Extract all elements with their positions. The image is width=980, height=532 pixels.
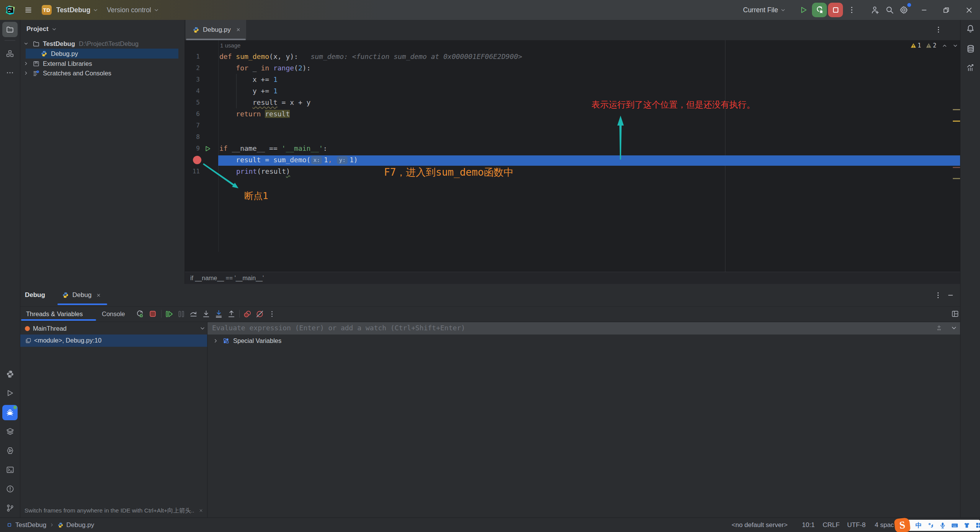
project-badge: TD <box>42 5 52 15</box>
code-with-me-button[interactable] <box>871 0 880 20</box>
status-breadcrumbs[interactable]: TestDebug Debug.py <box>7 518 94 532</box>
chevron-down-icon <box>51 26 57 32</box>
run-tool-button[interactable] <box>2 385 18 401</box>
status-bar: TestDebug Debug.py <no default server> 1… <box>0 517 980 532</box>
step-out-button[interactable] <box>226 306 237 321</box>
minimize-window-button[interactable] <box>920 0 928 20</box>
tab-label: Debug.py <box>203 26 231 34</box>
microphone-icon[interactable] <box>939 522 946 529</box>
debug-session-tab[interactable]: Debug <box>62 284 101 306</box>
terminal-tool-button[interactable] <box>2 462 18 477</box>
step-into-button[interactable] <box>201 306 211 321</box>
toolbar-separator <box>239 310 240 318</box>
special-variables-row[interactable]: Special Variables <box>207 335 960 347</box>
python-file-icon <box>62 292 69 299</box>
status-project-crumb[interactable]: TestDebug <box>15 521 46 529</box>
frame-row-selected[interactable]: <module>, Debug.py:10 <box>20 335 207 347</box>
debug-tool-button[interactable] <box>2 405 18 420</box>
evaluate-expression-input[interactable]: Evaluate expression (Enter) or add a wat… <box>207 322 960 335</box>
rerun-debug-button[interactable] <box>134 306 145 321</box>
status-file-crumb[interactable]: Debug.py <box>66 521 94 529</box>
chinese-mode-icon[interactable] <box>915 521 923 529</box>
chevron-down-icon <box>23 41 29 46</box>
keyboard-icon[interactable] <box>951 522 959 529</box>
status-line-ending[interactable]: CRLF <box>823 521 840 529</box>
breadcrumb-bar[interactable]: if __name__ == '__main__' <box>185 272 960 284</box>
pause-program-button[interactable] <box>176 306 186 321</box>
tree-row-project-root[interactable]: TestDebug D:\Project\TestDebug <box>20 39 185 49</box>
chevron-down-icon <box>93 7 98 13</box>
mute-breakpoints-button[interactable] <box>254 306 265 321</box>
project-name: TestDebug <box>56 6 90 14</box>
chevron-down-icon[interactable] <box>951 325 957 331</box>
debugger-hint: Switch frames from anywhere in the IDE w… <box>24 507 204 515</box>
notifications-button[interactable] <box>963 21 978 36</box>
ime-icons[interactable] <box>912 520 980 531</box>
settings-button[interactable] <box>899 0 908 20</box>
stop-process-button[interactable] <box>147 306 158 321</box>
resume-program-button[interactable] <box>163 306 174 321</box>
git-tool-button[interactable] <box>2 500 18 516</box>
stop-button[interactable] <box>828 0 843 20</box>
vcs-menu-label: Version control <box>107 6 151 14</box>
layout-settings-button[interactable] <box>950 306 960 321</box>
tree-row-scratches[interactable]: Scratches and Consoles <box>20 68 185 78</box>
tab-console[interactable]: Console <box>102 306 125 321</box>
debug-toolbar: Threads & Variables Console <box>20 306 960 321</box>
debug-window-title: Debug <box>25 284 45 306</box>
run-button[interactable] <box>799 0 808 20</box>
breadcrumb-text: if __name__ == '__main__' <box>190 275 264 282</box>
tree-row-debug-py[interactable]: Debug.py <box>20 49 185 59</box>
search-everywhere-button[interactable] <box>885 0 894 20</box>
ime-logo[interactable]: S <box>894 517 911 532</box>
project-panel-header[interactable]: Project <box>26 24 57 34</box>
main-menu-button[interactable] <box>24 0 33 20</box>
frames-divider[interactable] <box>207 321 207 517</box>
status-caret-position[interactable]: 10:1 <box>802 521 815 529</box>
inline-settings-icon[interactable] <box>935 324 943 332</box>
tree-label: TestDebug <box>43 40 75 47</box>
more-tool-windows-button[interactable] <box>2 65 18 80</box>
project-widget[interactable]: TD TestDebug <box>42 0 98 20</box>
toolbox-grid-icon[interactable] <box>975 522 980 529</box>
step-over-button[interactable] <box>188 306 199 321</box>
close-tab-icon[interactable] <box>235 27 241 33</box>
panel-divider <box>20 306 960 307</box>
thread-selector[interactable]: MainThread <box>20 322 207 335</box>
punctuation-icon[interactable] <box>927 522 934 529</box>
step-into-my-code-button[interactable] <box>213 306 224 321</box>
status-encoding[interactable]: UTF-8 <box>847 521 866 529</box>
title-bar: TD TestDebug Version control Current Fil… <box>0 0 980 20</box>
endpoints-tool-button[interactable] <box>963 60 978 75</box>
project-tool-button[interactable] <box>2 22 18 37</box>
tree-row-external-libraries[interactable]: External Libraries <box>20 59 185 69</box>
more-actions-button[interactable] <box>848 0 856 20</box>
debug-tab-underline <box>57 304 107 305</box>
pycharm-logo-icon <box>5 0 15 20</box>
close-window-button[interactable] <box>965 0 973 20</box>
status-indent[interactable]: 4 spac <box>875 521 894 529</box>
view-breakpoints-button[interactable] <box>242 306 253 321</box>
debug-tab-label: Debug <box>72 291 91 299</box>
database-tool-button[interactable] <box>963 41 978 56</box>
hide-panel-button[interactable] <box>947 284 954 306</box>
restart-debug-button[interactable] <box>812 0 827 20</box>
code-area[interactable]: 1 usage 1def sum_demo(x, y): sum_demo: <… <box>185 40 960 279</box>
debug-header-more-button[interactable] <box>934 284 942 306</box>
settings-notification-dot <box>907 3 911 7</box>
run-anything-tool-button[interactable] <box>2 443 18 458</box>
run-config-selector[interactable]: Current File <box>743 0 786 20</box>
structure-tool-button[interactable] <box>2 46 18 61</box>
python-packages-tool-button[interactable] <box>2 366 18 382</box>
problems-tool-button[interactable] <box>2 481 18 496</box>
close-hint-icon[interactable] <box>198 508 204 513</box>
tab-bar-more-button[interactable] <box>934 20 942 39</box>
skin-tshirt-icon[interactable] <box>963 522 970 529</box>
services-tool-button[interactable] <box>2 424 18 439</box>
toolbar-more-button[interactable] <box>266 306 277 321</box>
restore-window-button[interactable] <box>942 0 950 20</box>
status-default-server[interactable]: <no default server> <box>732 521 787 529</box>
editor-tab-bar: Debug.py <box>185 20 960 40</box>
close-tab-icon[interactable] <box>96 292 101 298</box>
vcs-widget[interactable]: Version control <box>107 0 159 20</box>
